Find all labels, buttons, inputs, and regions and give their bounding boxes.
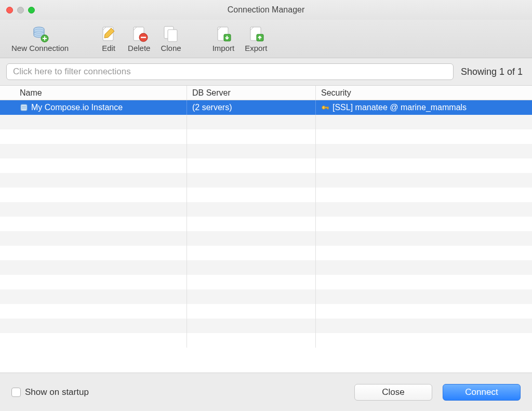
empty-row	[0, 202, 532, 217]
footer: Show on startup Close Connect	[0, 373, 532, 411]
zoom-window-button[interactable]	[28, 7, 35, 14]
window-title: Connection Manager	[0, 5, 532, 15]
empty-row	[0, 115, 532, 129]
show-on-startup-checkbox[interactable]: Show on startup	[11, 387, 89, 397]
connect-button[interactable]: Connect	[443, 384, 521, 401]
showing-count: Showing 1 of 1	[461, 67, 526, 77]
import-page-icon	[215, 24, 232, 44]
cell-name-text: My Compose.io Instance	[31, 103, 123, 112]
close-button[interactable]: Close	[354, 384, 432, 401]
cell-security-text: [SSL] manatee @ marine_mammals	[332, 103, 467, 112]
empty-row	[0, 231, 532, 246]
row-gutter	[0, 100, 15, 115]
new-connection-button[interactable]: New Connection	[6, 23, 74, 54]
clone-pages-icon	[162, 24, 180, 44]
toolbar-label: Edit	[102, 44, 115, 52]
delete-page-icon	[130, 24, 148, 44]
empty-row	[0, 304, 532, 319]
edit-page-icon	[100, 24, 117, 44]
empty-row	[0, 217, 532, 231]
key-icon	[321, 103, 329, 112]
import-button[interactable]: Import	[207, 23, 240, 54]
connections-table: Name DB Server Security My Compose.io In…	[0, 85, 532, 373]
empty-row	[0, 129, 532, 144]
cell-name: My Compose.io Instance	[15, 100, 187, 115]
empty-row	[0, 275, 532, 289]
toolbar: New Connection Edit Delete	[0, 20, 532, 58]
toolbar-label: Export	[245, 44, 267, 52]
checkbox-box[interactable]	[11, 388, 21, 397]
database-add-icon	[31, 24, 49, 44]
empty-row	[0, 260, 532, 275]
header-gutter	[0, 86, 15, 100]
empty-row	[0, 289, 532, 304]
export-page-icon	[247, 24, 265, 44]
empty-row	[0, 188, 532, 202]
table-row[interactable]: My Compose.io Instance (2 servers) [SSL]…	[0, 100, 532, 115]
cell-dbserver: (2 servers)	[187, 100, 316, 115]
clone-button[interactable]: Clone	[155, 23, 186, 54]
window-controls	[6, 7, 35, 14]
table-body: My Compose.io Instance (2 servers) [SSL]…	[0, 100, 532, 373]
checkbox-label: Show on startup	[25, 387, 89, 397]
toolbar-label: Clone	[161, 44, 181, 52]
filter-bar: Showing 1 of 1	[0, 58, 532, 85]
toolbar-label: Import	[212, 44, 235, 52]
titlebar: Connection Manager	[0, 0, 532, 20]
column-header-name[interactable]: Name	[15, 86, 187, 100]
table-header: Name DB Server Security	[0, 86, 532, 100]
toolbar-label: New Connection	[11, 44, 69, 52]
minimize-window-button[interactable]	[17, 7, 24, 14]
empty-row	[0, 173, 532, 188]
edit-button[interactable]: Edit	[95, 23, 123, 54]
svg-rect-13	[21, 104, 27, 111]
empty-row	[0, 144, 532, 158]
empty-row	[0, 319, 532, 333]
filter-input[interactable]	[6, 63, 454, 80]
column-header-security[interactable]: Security	[316, 86, 532, 100]
toolbar-label: Delete	[128, 44, 150, 52]
server-icon	[20, 103, 28, 112]
empty-row	[0, 158, 532, 173]
column-header-dbserver[interactable]: DB Server	[187, 86, 316, 100]
svg-rect-18	[327, 107, 328, 109]
empty-row	[0, 333, 532, 348]
delete-button[interactable]: Delete	[123, 23, 155, 54]
cell-security: [SSL] manatee @ marine_mammals	[316, 100, 532, 115]
close-window-button[interactable]	[6, 7, 13, 14]
empty-row	[0, 246, 532, 260]
svg-rect-8	[168, 30, 177, 42]
export-button[interactable]: Export	[240, 23, 272, 54]
